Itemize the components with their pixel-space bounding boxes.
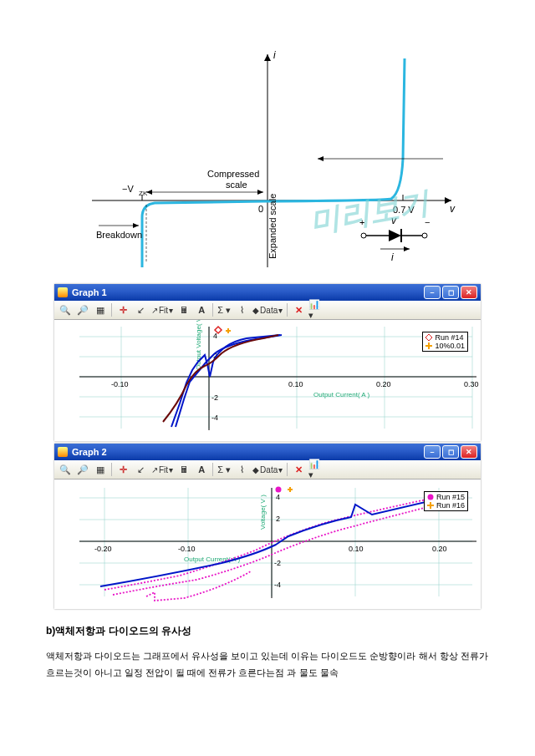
graph1-plot: -0.10 0.10 0.20 0.30 4 2 -2 -4 Output Vo… <box>54 320 481 441</box>
svg-text:-0.20: -0.20 <box>94 545 112 553</box>
svg-text:0.20: 0.20 <box>432 545 447 553</box>
calculator-icon[interactable]: 🖩 <box>176 462 192 477</box>
zoom-select-icon[interactable]: 🔎 <box>74 462 91 477</box>
app-icon <box>58 447 68 457</box>
close-button[interactable]: ✕ <box>461 445 477 459</box>
svg-marker-13 <box>318 156 324 161</box>
zoom-select-icon[interactable]: 🔎 <box>74 302 91 317</box>
delete-icon[interactable]: ✕ <box>290 302 307 317</box>
graph1-legend: Run #14 10%0.01 <box>422 332 468 352</box>
minimize-button[interactable]: – <box>424 286 441 299</box>
x-axis-label: v <box>450 203 456 215</box>
fit-dropdown[interactable]: ↗Fit ▾ <box>150 465 175 474</box>
forward-v-label: 0.7 V <box>393 205 415 215</box>
xy-cursor-icon[interactable]: ✛ <box>115 302 131 317</box>
svg-text:i: i <box>391 251 394 263</box>
svg-text:0.30: 0.30 <box>464 380 479 388</box>
minimize-button[interactable]: – <box>424 445 441 459</box>
svg-text:-2: -2 <box>274 559 281 567</box>
graph2-legend: Run #15 Run #16 <box>424 491 468 511</box>
svg-point-20 <box>361 233 366 238</box>
maximize-button[interactable]: ◻ <box>442 445 459 459</box>
svg-marker-27 <box>404 246 410 251</box>
calculator-icon[interactable]: 🖩 <box>176 302 192 317</box>
xy-cursor-icon[interactable]: ✛ <box>115 462 131 477</box>
close-button[interactable]: ✕ <box>461 286 477 299</box>
circle-icon <box>427 494 434 500</box>
graph2-window: Graph 2 – ◻ ✕ 🔍 🔎 ▦ ✛ ↙ ↗Fit ▾ 🖩 A Σ ▾ ⌇… <box>54 444 481 609</box>
g1-xlabel: Output Current( A ) <box>313 391 369 398</box>
autoscale-icon[interactable]: ▦ <box>92 302 109 317</box>
stats-icon[interactable]: Σ ▾ <box>216 302 232 317</box>
svg-point-70 <box>276 487 282 493</box>
diode-iv-diagram: 미리보기 i v 0 −V ZK 0.7 V Compressed scale … <box>75 42 460 276</box>
app-icon <box>58 287 68 297</box>
diamond-icon <box>425 334 432 341</box>
text-annotation-icon[interactable]: A <box>193 462 210 477</box>
svg-point-25 <box>422 233 427 238</box>
smooth-icon[interactable]: ⌇ <box>233 302 250 317</box>
section-heading: b)액체저항과 다이오드의 유사성 <box>46 624 489 638</box>
svg-text:0.20: 0.20 <box>376 380 391 388</box>
svg-text:-4: -4 <box>211 414 218 422</box>
graph1-window: Graph 1 – ◻ ✕ 🔍 🔎 ▦ ✛ ↙ ↗Fit ▾ 🖩 A Σ ▾ ⌇… <box>54 284 481 441</box>
g1-xtick: -0.10 <box>111 380 129 388</box>
svg-text:v: v <box>391 215 397 226</box>
compressed-label2: scale <box>226 180 247 190</box>
y-axis-label: i <box>273 49 276 61</box>
delete-icon[interactable]: ✕ <box>290 462 307 477</box>
svg-text:0.10: 0.10 <box>349 545 364 553</box>
slope-icon[interactable]: ↙ <box>132 302 149 317</box>
svg-text:2: 2 <box>276 515 280 523</box>
svg-text:+: + <box>359 217 364 227</box>
plus-icon <box>427 502 434 509</box>
svg-text:4: 4 <box>213 332 217 340</box>
graph2-title: Graph 2 <box>72 447 107 457</box>
settings-icon[interactable]: 📊 ▾ <box>308 462 324 477</box>
vzk-label: −V <box>122 184 134 194</box>
expanded-label: Expanded scale <box>268 194 278 259</box>
svg-marker-22 <box>389 230 401 241</box>
body-paragraph: 액체저항과 다이오드는 그래프에서 유사성을 보이고 있는데 이유는 다이오드도… <box>46 648 489 682</box>
graph2-plot: -0.20 -0.10 0.10 0.20 4 2 -2 -4 Voltage(… <box>54 479 481 609</box>
stats-icon[interactable]: Σ ▾ <box>216 462 232 477</box>
text-annotation-icon[interactable]: A <box>193 302 210 317</box>
breakdown-label: Breakdown <box>96 230 142 240</box>
svg-text:4: 4 <box>276 493 280 501</box>
autoscale-icon[interactable]: ▦ <box>92 462 109 477</box>
graph1-title: Graph 1 <box>72 287 107 297</box>
graph1-toolbar: 🔍 🔎 ▦ ✛ ↙ ↗Fit ▾ 🖩 A Σ ▾ ⌇ ◆Data ▾ ✕ 📊 ▾ <box>54 301 481 320</box>
svg-text:Voltage( V ): Voltage( V ) <box>259 495 267 530</box>
svg-text:0.10: 0.10 <box>288 380 303 388</box>
compressed-label: Compressed <box>207 169 259 179</box>
svg-text:-0.10: -0.10 <box>178 545 196 553</box>
svg-text:-2: -2 <box>211 393 218 402</box>
fit-dropdown[interactable]: ↗Fit ▾ <box>150 306 175 315</box>
origin-label: 0 <box>258 204 263 214</box>
svg-text:-4: -4 <box>274 581 281 589</box>
vzk-sub: ZK <box>139 190 148 197</box>
zoom-in-icon[interactable]: 🔍 <box>57 302 74 317</box>
settings-icon[interactable]: 📊 ▾ <box>308 302 324 317</box>
smooth-icon[interactable]: ⌇ <box>233 462 250 477</box>
data-dropdown[interactable]: ◆Data ▾ <box>251 306 284 315</box>
svg-marker-3 <box>264 54 271 61</box>
svg-text:−: − <box>425 217 430 227</box>
graph2-titlebar[interactable]: Graph 2 – ◻ ✕ <box>54 444 481 460</box>
svg-marker-8 <box>257 190 263 195</box>
data-dropdown[interactable]: ◆Data ▾ <box>251 465 284 474</box>
slope-icon[interactable]: ↙ <box>132 462 149 477</box>
svg-marker-15 <box>133 223 139 228</box>
graph2-toolbar: 🔍 🔎 ▦ ✛ ↙ ↗Fit ▾ 🖩 A Σ ▾ ⌇ ◆Data ▾ ✕ 📊 ▾ <box>54 460 481 479</box>
svg-point-71 <box>427 495 433 500</box>
plus-icon <box>425 342 432 349</box>
graph1-titlebar[interactable]: Graph 1 – ◻ ✕ <box>54 284 481 301</box>
zoom-in-icon[interactable]: 🔍 <box>57 462 74 477</box>
maximize-button[interactable]: ◻ <box>442 286 459 299</box>
